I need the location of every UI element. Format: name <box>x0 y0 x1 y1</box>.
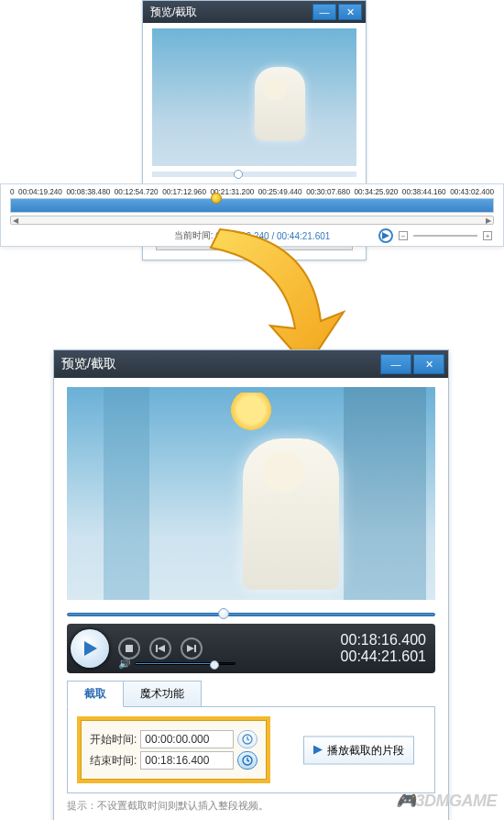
svg-marker-10 <box>313 746 323 755</box>
play-button[interactable] <box>71 629 109 668</box>
tick: 00:34:25.920 <box>355 188 399 196</box>
time-range-highlight: 开始时间: 00:00:00.000 结束时间: 00:18:16.400 <box>77 716 270 783</box>
start-time-label: 开始时间: <box>90 732 137 748</box>
close-button[interactable]: ✕ <box>338 4 362 20</box>
video-content-figure <box>243 438 339 590</box>
seek-bar[interactable] <box>152 172 356 177</box>
video-preview <box>152 28 356 166</box>
timeline-playhead[interactable] <box>211 193 222 204</box>
play-button[interactable] <box>378 228 393 243</box>
video-preview <box>67 387 435 600</box>
volume-slider[interactable] <box>135 662 236 665</box>
close-button[interactable]: ✕ <box>413 354 444 374</box>
svg-marker-2 <box>84 641 97 656</box>
minimize-button[interactable]: — <box>380 354 411 374</box>
seek-track <box>67 613 435 616</box>
total-time: 00:44:21.601 <box>341 648 426 665</box>
end-time-label: 结束时间: <box>90 753 137 769</box>
play-icon <box>382 232 389 239</box>
tick: 00:08:38.480 <box>66 188 110 196</box>
tab-magic[interactable]: 魔术功能 <box>123 681 202 707</box>
play-segment-button[interactable]: 播放截取的片段 <box>303 736 414 764</box>
window-title: 预览/截取 <box>58 356 378 372</box>
svg-rect-7 <box>194 645 196 652</box>
window-title: 预览/截取 <box>147 5 311 20</box>
svg-marker-6 <box>187 645 194 652</box>
tick: 00:38:44.160 <box>402 188 446 196</box>
end-time-input[interactable]: 00:18:16.400 <box>140 751 234 770</box>
svg-rect-5 <box>156 645 158 652</box>
seek-bar[interactable] <box>67 609 435 618</box>
volume-slider[interactable] <box>413 235 477 237</box>
timeline-ruler[interactable] <box>10 198 494 213</box>
svg-marker-1 <box>382 232 389 239</box>
seek-thumb[interactable] <box>218 608 229 619</box>
stop-icon <box>126 645 133 652</box>
watermark: 🎮3DMGAME <box>396 791 497 811</box>
volume-up-button[interactable]: + <box>483 231 492 240</box>
stop-button[interactable] <box>118 637 140 659</box>
play-segment-label: 播放截取的片段 <box>327 742 404 758</box>
play-icon <box>82 640 98 657</box>
hint-text: 提示：不设置截取时间则默认插入整段视频。 <box>67 799 435 813</box>
bg-column <box>104 387 149 600</box>
preview-cut-window-large: 预览/截取 — ✕ 00:18:16.400 00:44:21.601 🔊 <box>53 349 449 820</box>
scroll-left-icon[interactable]: ◀ <box>13 216 18 225</box>
start-time-input[interactable]: 00:00:00.000 <box>140 730 234 748</box>
step-forward-button[interactable] <box>181 637 203 659</box>
timeline-ticks: 0 00:04:19.240 00:08:38.480 00:12:54.720… <box>5 188 499 196</box>
clock-set-icon <box>242 734 253 745</box>
elapsed-time: 00:18:16.400 <box>341 632 426 648</box>
timeline-controls: − + <box>378 228 492 243</box>
tick: 00:12:54.720 <box>115 188 159 196</box>
volume-row: 🔊 <box>118 658 236 670</box>
titlebar[interactable]: 预览/截取 — ✕ <box>54 350 448 378</box>
tick: 00:25:49.440 <box>258 188 302 196</box>
tick: 00:30:07.680 <box>306 188 350 196</box>
end-time-row: 结束时间: 00:18:16.400 <box>90 751 257 770</box>
timeline-range <box>11 199 493 212</box>
tab-cut[interactable]: 截取 <box>67 681 124 707</box>
start-time-row: 开始时间: 00:00:00.000 <box>90 730 257 748</box>
mascot-icon <box>225 393 277 431</box>
play-icon <box>313 746 323 755</box>
svg-rect-3 <box>126 645 133 652</box>
clock-set-icon <box>242 755 253 766</box>
dialog-buttons: 确 定 取 消 <box>54 813 448 820</box>
tab-pane-cut: 开始时间: 00:00:00.000 结束时间: 00:18:16.400 播放… <box>67 706 435 793</box>
titlebar[interactable]: 预览/截取 — ✕ <box>143 1 366 23</box>
svg-marker-4 <box>158 645 165 652</box>
transport-bar: 00:18:16.400 00:44:21.601 🔊 <box>67 624 435 673</box>
bg-column <box>344 387 426 600</box>
tick: 0 <box>10 188 15 196</box>
video-content-figure <box>255 67 305 140</box>
tick: 00:04:19.240 <box>18 188 62 196</box>
speaker-icon[interactable]: 🔊 <box>118 658 131 670</box>
step-forward-icon <box>187 645 196 652</box>
tick: 00:17:12.960 <box>162 188 206 196</box>
time-display: 00:18:16.400 00:44:21.601 <box>341 632 426 666</box>
step-back-icon <box>156 645 165 652</box>
volume-down-button[interactable]: − <box>399 231 408 240</box>
step-back-button[interactable] <box>149 637 171 659</box>
set-end-button[interactable] <box>237 751 257 770</box>
minimize-button[interactable]: — <box>312 4 336 20</box>
scroll-right-icon[interactable]: ▶ <box>486 216 491 225</box>
tab-bar: 截取 魔术功能 <box>67 681 435 707</box>
tick: 00:43:02.400 <box>450 188 494 196</box>
set-start-button[interactable] <box>237 730 257 748</box>
